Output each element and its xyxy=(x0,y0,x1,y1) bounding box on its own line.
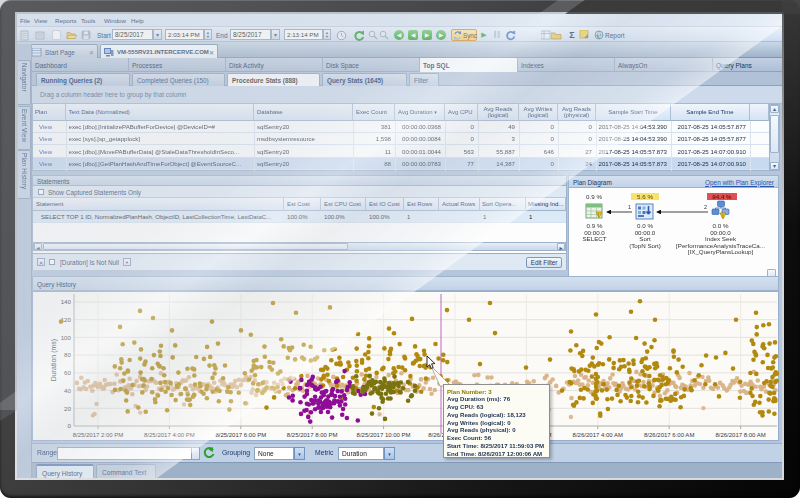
svg-text:20: 20 xyxy=(64,405,71,412)
svg-text:8/25/2017 4:00 PM: 8/25/2017 4:00 PM xyxy=(144,432,195,438)
svg-text:8/26/2017 4:00 AM: 8/26/2017 4:00 AM xyxy=(573,432,623,438)
svg-text:!: ! xyxy=(722,214,723,219)
svg-text:8/25/2017 8:00 PM: 8/25/2017 8:00 PM xyxy=(287,432,338,438)
svg-text:8/25/2017 10:00 PM: 8/25/2017 10:00 PM xyxy=(357,432,411,438)
svg-text:8/25/2017 2:00 PM: 8/25/2017 2:00 PM xyxy=(73,432,124,438)
svg-text:8/25/2017 6:00 PM: 8/25/2017 6:00 PM xyxy=(215,432,266,438)
svg-text:140: 140 xyxy=(61,298,72,305)
svg-text:1: 1 xyxy=(628,204,631,210)
svg-text:100: 100 xyxy=(61,334,72,341)
svg-text:80: 80 xyxy=(64,351,71,358)
svg-text:Duration (ms): Duration (ms) xyxy=(50,339,58,381)
svg-text:!: ! xyxy=(598,213,599,218)
svg-text:2: 2 xyxy=(704,204,707,210)
svg-text:0: 0 xyxy=(68,422,72,429)
svg-text:60: 60 xyxy=(64,369,71,376)
svg-text:8/26/2017 8:00 AM: 8/26/2017 8:00 AM xyxy=(715,432,765,438)
svg-text:40: 40 xyxy=(64,387,71,394)
svg-text:8/26/2017 6:00 AM: 8/26/2017 6:00 AM xyxy=(644,432,694,438)
